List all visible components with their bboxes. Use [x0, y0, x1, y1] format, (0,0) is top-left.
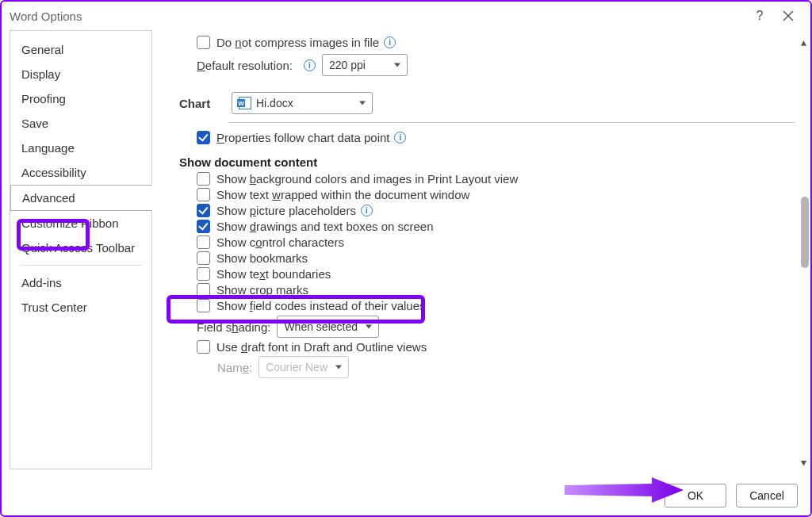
label-bookmarks: Show bookmarks [216, 251, 308, 265]
label-draft-font-name: Name: [217, 361, 252, 374]
help-button[interactable]: ? [745, 2, 774, 30]
checkbox-do-not-compress[interactable] [197, 36, 210, 49]
sidebar-item-customize-ribbon[interactable]: Customize Ribbon [10, 211, 151, 236]
checkbox-picture-placeholders[interactable] [197, 204, 210, 217]
sidebar-item-language[interactable]: Language [10, 136, 151, 160]
word-options-dialog: Word Options ? General Display Proofing … [0, 0, 812, 517]
titlebar: Word Options ? [2, 2, 810, 30]
dropdown-default-resolution[interactable]: 220 ppi [322, 54, 408, 76]
cancel-button[interactable]: Cancel [736, 484, 798, 507]
window-title: Word Options [10, 10, 745, 23]
chart-section-label: Chart [179, 97, 225, 110]
checkbox-chart-properties[interactable] [197, 131, 210, 144]
checkbox-text-boundaries[interactable] [197, 267, 210, 281]
label-background-colors: Show background colors and images in Pri… [216, 172, 518, 186]
info-icon[interactable] [361, 205, 373, 216]
checkbox-drawings-textboxes[interactable] [197, 220, 210, 233]
dropdown-draft-font-name: Courier New [259, 356, 349, 378]
scroll-thumb[interactable] [801, 197, 809, 268]
close-icon [783, 10, 794, 21]
sidebar-item-display[interactable]: Display [10, 62, 151, 86]
word-doc-icon [239, 97, 251, 109]
label-default-resolution: Default resolution: [197, 59, 293, 72]
dropdown-field-shading[interactable]: When selected [277, 316, 379, 338]
label-chart-properties: Properties follow chart data point [216, 131, 389, 144]
label-draft-font: Use draft font in Draft and Outline view… [216, 340, 427, 354]
sidebar-item-save[interactable]: Save [10, 111, 151, 136]
sidebar-item-advanced[interactable]: Advanced [10, 185, 152, 211]
label-field-codes: Show field codes instead of their values [216, 299, 426, 312]
sidebar-item-proofing[interactable]: Proofing [10, 86, 151, 111]
scrollbar[interactable]: ▴ ▾ [796, 30, 810, 474]
dropdown-chart-doc[interactable]: Hi.docx [232, 92, 373, 114]
sidebar-item-accessibility[interactable]: Accessibility [10, 160, 151, 185]
svg-marker-2 [565, 477, 684, 503]
info-icon[interactable] [384, 36, 396, 48]
scroll-up-icon[interactable]: ▴ [796, 35, 810, 49]
checkbox-draft-font[interactable] [197, 340, 210, 354]
info-icon[interactable] [304, 59, 316, 71]
checkbox-field-codes[interactable] [197, 299, 210, 312]
sidebar-item-general[interactable]: General [10, 37, 151, 62]
callout-arrow-icon [565, 476, 684, 504]
scroll-down-icon[interactable]: ▾ [796, 455, 810, 469]
options-content: Do not compress images in file Default r… [157, 30, 810, 474]
label-do-not-compress: Do not compress images in file [216, 36, 379, 49]
sidebar-item-trust-center[interactable]: Trust Center [10, 295, 151, 320]
label-drawings-textboxes: Show drawings and text boxes on screen [216, 220, 434, 233]
heading-show-document-content: Show document content [179, 155, 795, 169]
checkbox-crop-marks[interactable] [197, 283, 210, 297]
checkbox-text-wrapped[interactable] [197, 188, 210, 201]
sidebar-item-quick-access-toolbar[interactable]: Quick Access Toolbar [10, 236, 151, 260]
label-crop-marks: Show crop marks [216, 283, 308, 297]
label-control-characters: Show control characters [216, 236, 344, 249]
label-field-shading: Field shading: [197, 320, 270, 334]
checkbox-control-characters[interactable] [197, 236, 210, 249]
label-text-boundaries: Show text boundaries [216, 267, 331, 281]
checkbox-bookmarks[interactable] [197, 251, 210, 265]
dialog-footer: OK Cancel [665, 484, 798, 507]
checkbox-background-colors[interactable] [197, 172, 210, 186]
label-picture-placeholders: Show picture placeholders [216, 204, 356, 217]
label-text-wrapped: Show text wrapped within the document wi… [216, 188, 469, 201]
close-button[interactable] [774, 2, 802, 30]
sidebar-item-addins[interactable]: Add-ins [10, 270, 151, 295]
info-icon[interactable] [394, 132, 406, 144]
options-sidebar: General Display Proofing Save Language A… [10, 30, 152, 469]
